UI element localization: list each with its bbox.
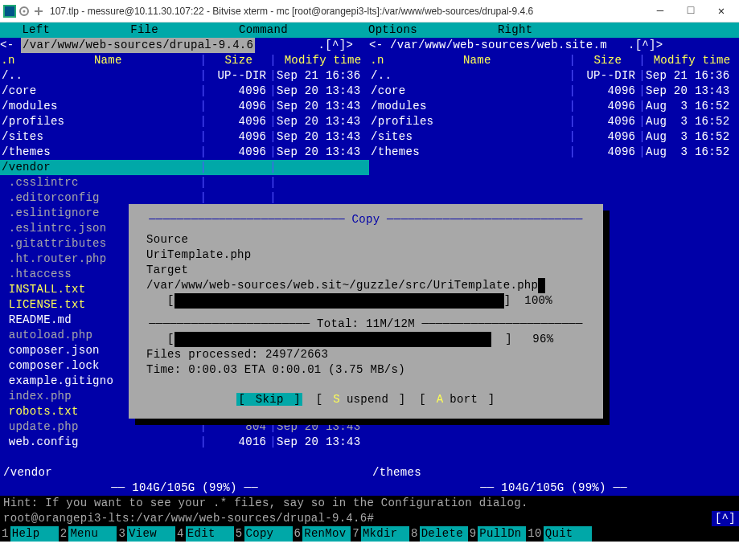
file-row[interactable]: update.php|804|Sep 20 13:43: [0, 419, 369, 435]
fkey-menu[interactable]: 2Menu: [59, 526, 117, 542]
source-label: Source: [146, 232, 585, 247]
fkey-mkdir[interactable]: 7Mkdir: [351, 526, 409, 542]
window-title: 107.tlp - messure@10.11.30.107:22 - Bitv…: [50, 6, 652, 17]
caret-indicator[interactable]: [^]: [712, 511, 739, 526]
fkey-pulldn[interactable]: 9PullDn: [468, 526, 527, 542]
file-row[interactable]: web.config|4016|Sep 20 13:43: [0, 435, 369, 450]
svg-rect-1: [5, 6, 14, 16]
gear-icon[interactable]: [18, 5, 31, 18]
panel-arrow-right: <-: [369, 38, 383, 53]
titlebar-app-icons: [3, 5, 45, 18]
total-label: ─────────────────────── Total: 11M/12M ─…: [146, 317, 585, 332]
window-titlebar: 107.tlp - messure@10.11.30.107:22 - Bitv…: [0, 0, 739, 22]
suspend-button[interactable]: [ Suspend ]: [316, 393, 406, 406]
menu-options[interactable]: Options: [368, 22, 458, 38]
file-row[interactable]: /themes|4096|Aug 3 16:52: [369, 145, 738, 160]
file-row[interactable]: /themes|4096|Sep 20 13:43: [0, 145, 369, 160]
right-path[interactable]: /var/www/web-sources/web.site.m: [390, 38, 607, 53]
fkey-copy[interactable]: 5Copy: [234, 526, 293, 542]
shell-prompt[interactable]: root@orangepi3-lts:/var/www/web-sources/…: [0, 511, 739, 526]
panel-arrow-left: <-: [0, 38, 14, 53]
time-eta: Time: 0:00.03 ETA 0:00.01 (3.75 MB/s): [146, 362, 585, 378]
files-processed: Files processed: 2497/2663: [146, 347, 585, 362]
file-row[interactable]: /..|UP--DIR|Sep 21 16:36: [0, 68, 369, 84]
panel-suffix[interactable]: .[^]>: [318, 38, 354, 53]
file-row[interactable]: /vendor||: [0, 160, 369, 175]
file-row[interactable]: /sites|4096|Aug 3 16:52: [369, 129, 738, 145]
right-footer: /themes: [369, 465, 738, 480]
total-progress: [ ] 96%: [146, 332, 585, 347]
fkey-view[interactable]: 3View: [117, 526, 175, 542]
fkey-bar[interactable]: 1Help 2Menu 3View 4Edit 5Copy 6RenMov 7M…: [0, 526, 739, 542]
file-row[interactable]: /core|4096|Sep 20 13:43: [369, 84, 738, 99]
fkey-renmov[interactable]: 6RenMov: [293, 526, 351, 542]
file-row[interactable]: /modules|4096|Sep 20 13:43: [0, 99, 369, 114]
dialog-title: ──────────────────────────── Copy ──────…: [146, 212, 585, 227]
svg-point-3: [23, 10, 26, 12]
app-icon: [3, 5, 16, 18]
skip-button[interactable]: [ Skip ]: [236, 393, 302, 406]
target-label: Target: [146, 263, 585, 278]
minimize-button[interactable]: —: [652, 4, 668, 18]
fkey-help[interactable]: 1Help: [0, 526, 59, 542]
panel-suffix-r[interactable]: .[^]>: [628, 38, 663, 53]
file-row[interactable]: .csslintrc||: [0, 175, 369, 190]
menu-command[interactable]: Command: [239, 22, 328, 38]
hint-line: Hint: If you want to see your .* files, …: [0, 496, 739, 511]
left-path[interactable]: /var/www/web-sources/drupal-9.4.6: [21, 38, 255, 53]
terminal: Left File Command Options Right <- /var/…: [0, 22, 739, 542]
file-row[interactable]: /profiles|4096|Sep 20 13:43: [0, 114, 369, 129]
abort-button[interactable]: [ Abort ]: [419, 393, 495, 406]
file-row[interactable]: /profiles|4096|Aug 3 16:52: [369, 114, 738, 129]
file-row[interactable]: /sites|4096|Sep 20 13:43: [0, 129, 369, 145]
close-button[interactable]: ✕: [713, 4, 729, 18]
file-progress: [ ] 100%: [146, 293, 585, 309]
plus-icon[interactable]: [32, 5, 45, 18]
menu-file[interactable]: File: [130, 22, 199, 38]
target-path: /var/www/web-sources/web.sit~/guzzle/src…: [146, 278, 585, 293]
mc-menubar[interactable]: Left File Command Options Right: [0, 22, 739, 38]
left-columns: .n Name | Size | Modify time: [0, 53, 369, 68]
fkey-quit[interactable]: 10Quit: [526, 526, 591, 542]
copy-dialog: ──────────────────────────── Copy ──────…: [129, 204, 603, 419]
file-row[interactable]: /..|UP--DIR|Sep 21 16:36: [369, 68, 738, 84]
menu-right[interactable]: Right: [498, 22, 573, 38]
right-disk-usage: ── 104G/105G (99%) ──: [369, 480, 738, 496]
left-footer: /vendor: [0, 465, 369, 480]
right-columns: .n Name | Size | Modify time: [369, 53, 738, 68]
file-row[interactable]: /core|4096|Sep 20 13:43: [0, 84, 369, 99]
maximize-button[interactable]: □: [683, 4, 699, 18]
menu-left[interactable]: Left: [8, 22, 90, 38]
fkey-delete[interactable]: 8Delete: [409, 526, 468, 542]
source-file: UriTemplate.php: [146, 247, 585, 263]
fkey-edit[interactable]: 4Edit: [175, 526, 234, 542]
file-row[interactable]: /modules|4096|Aug 3 16:52: [369, 99, 738, 114]
left-disk-usage: ── 104G/105G (99%) ──: [0, 480, 369, 496]
